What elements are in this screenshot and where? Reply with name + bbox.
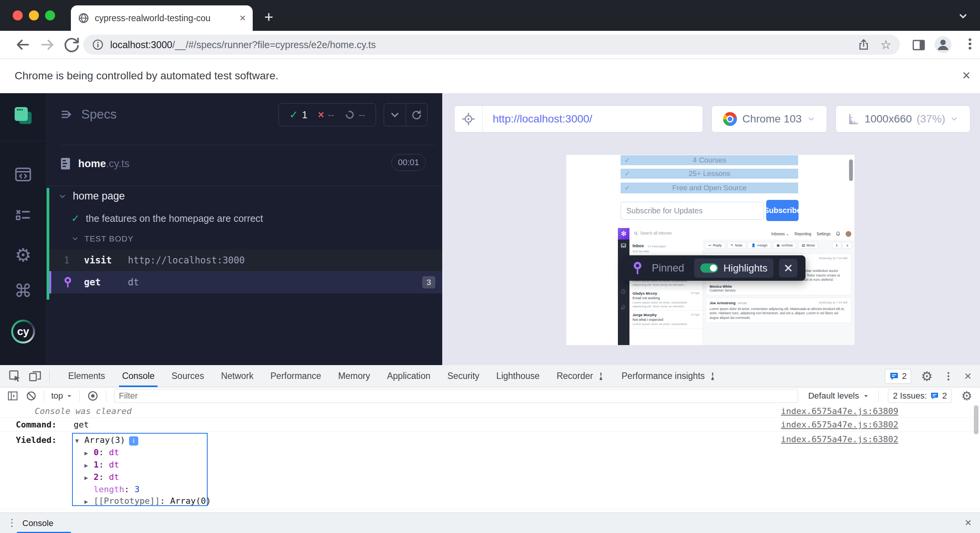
tree-item[interactable]: ▶[[Prototype]]: Array(0)	[75, 495, 207, 508]
list-item[interactable]: Jorge Murphy 1d ago Not what I expected …	[629, 311, 703, 329]
reload-icon[interactable]	[63, 36, 80, 53]
tab-memory[interactable]: Memory	[330, 365, 379, 387]
minimize-window-button[interactable]	[29, 10, 39, 20]
expander-closed-icon[interactable]: ▶	[84, 460, 94, 471]
next-message-button[interactable]: ∨	[842, 242, 852, 249]
close-window-button[interactable]	[13, 10, 23, 20]
console-scrollbar-thumb[interactable]	[974, 405, 978, 434]
subscribe-input[interactable]	[621, 202, 764, 220]
reply-button[interactable]: ↩ Reply	[705, 242, 725, 249]
page-info-icon[interactable]	[92, 39, 104, 51]
devtools-menu-icon[interactable]	[943, 370, 954, 382]
issues-count: 2	[942, 391, 947, 401]
maximize-window-button[interactable]	[45, 10, 55, 20]
source-link[interactable]: index.6575a47e.js:63802	[781, 420, 898, 429]
drawer-menu-icon[interactable]: ⋮	[7, 517, 17, 529]
sidebar-item-settings[interactable]: ⚙	[0, 244, 46, 266]
profile-avatar[interactable]	[934, 35, 952, 54]
assign-button[interactable]: 👤Assign	[748, 242, 771, 249]
new-tab-button[interactable]: +	[264, 9, 273, 25]
list-item[interactable]: Gladys Mccoy 1d ago Email not working Lo…	[629, 289, 703, 311]
source-link[interactable]: index.6575a47e.js:63809	[781, 406, 898, 416]
suite-row[interactable]: home page	[58, 190, 125, 202]
subscribe-button[interactable]: Subscribe	[766, 200, 799, 221]
spec-file-row[interactable]: home .cy.ts 00:01	[60, 152, 435, 176]
forward-icon[interactable]	[39, 36, 56, 53]
tab-elements[interactable]: Elements	[60, 365, 114, 387]
sidebar-item-cypress[interactable]: cy	[0, 320, 46, 344]
devtools-settings-icon[interactable]: ⚙	[921, 369, 933, 384]
console-sidebar-toggle-icon[interactable]	[7, 390, 18, 402]
device-toolbar-icon[interactable]	[29, 370, 42, 383]
sidebar-item-shortcuts[interactable]: ⌘	[0, 280, 46, 301]
issues-button[interactable]: 2 Issues: 2	[888, 389, 952, 403]
prev-message-button[interactable]: ∧	[832, 242, 842, 249]
tree-item[interactable]: ▶0: dt	[75, 447, 207, 459]
sidebar-item-runs[interactable]	[0, 166, 46, 183]
aut-url[interactable]: http://localhost:3000/	[493, 113, 592, 125]
tab-close-icon[interactable]: ×	[240, 13, 246, 23]
archive-button[interactable]: ▣ Archive	[773, 242, 796, 249]
rerun-button[interactable]	[406, 104, 428, 126]
collapse-all-button[interactable]	[384, 104, 406, 126]
test-body-toggle[interactable]: TEST BODY	[71, 234, 134, 243]
expander-closed-icon[interactable]: ▶	[84, 472, 94, 484]
live-expression-eye-icon[interactable]	[87, 390, 99, 402]
pinned-close-icon[interactable]: ✕	[779, 259, 797, 277]
aut-url-bar[interactable]: http://localhost:3000/	[454, 106, 703, 132]
side-panel-icon[interactable]	[911, 38, 926, 52]
pin-icon[interactable]	[51, 276, 84, 288]
move-button[interactable]: ▤ Move	[798, 242, 819, 249]
expander-open-icon[interactable]: ▼	[75, 435, 84, 447]
tab-security[interactable]: Security	[439, 365, 488, 387]
issues-counter[interactable]: 2	[885, 369, 911, 384]
sidebar-item-debug[interactable]	[0, 206, 46, 223]
highlights-control[interactable]: Highlights	[694, 258, 774, 278]
test-row[interactable]: ✓ the features on the homepage are corre…	[71, 213, 263, 225]
context-selector[interactable]: top	[51, 391, 72, 401]
tab-console[interactable]: Console	[114, 365, 163, 387]
selector-playground-icon[interactable]	[455, 106, 483, 132]
source-link[interactable]: index.6575a47e.js:63802	[781, 434, 898, 444]
info-badge-icon[interactable]: i	[129, 436, 138, 446]
banner-close-icon[interactable]: ×	[962, 67, 970, 84]
bookmark-star-icon[interactable]: ☆	[880, 37, 891, 52]
devtools-close-icon[interactable]: ×	[964, 369, 972, 383]
drawer-close-icon[interactable]: ×	[965, 516, 972, 529]
clear-console-icon[interactable]	[25, 390, 37, 402]
expander-closed-icon[interactable]: ▶	[84, 496, 94, 508]
command-method: visit	[84, 255, 123, 266]
expander-closed-icon[interactable]: ▶	[84, 448, 94, 459]
browser-selector[interactable]: Chrome 103	[712, 106, 827, 132]
tab-application[interactable]: Application	[379, 365, 439, 387]
tab-lighthouse[interactable]: Lighthouse	[488, 365, 548, 387]
browser-tab[interactable]: cypress-realworld-testing-cou ×	[71, 5, 253, 31]
tree-root[interactable]: ▼Array(3)i	[75, 434, 207, 447]
console-settings-icon[interactable]: ⚙	[961, 389, 972, 403]
tab-performance-insights[interactable]: Performance insights	[613, 365, 725, 387]
browser-menu-icon[interactable]	[962, 35, 978, 52]
command-row-get[interactable]: get dt 3	[49, 271, 442, 293]
tree-item[interactable]: ▶2: dt	[75, 471, 207, 484]
highlights-toggle[interactable]	[700, 263, 718, 273]
sidebar-item-specs[interactable]	[0, 107, 46, 124]
log-levels-selector[interactable]: Default levels	[808, 391, 869, 401]
specs-menu[interactable]: Specs	[60, 107, 117, 122]
inspect-element-icon[interactable]	[8, 370, 22, 383]
tree-item[interactable]: ▶1: dt	[75, 459, 207, 471]
tab-search-chevron-icon[interactable]	[958, 11, 968, 22]
command-row-visit[interactable]: 1 visit http://localhost:3000	[49, 250, 442, 271]
omnibox[interactable]: localhost:3000/__/#/specs/runner?file=cy…	[83, 35, 900, 55]
tab-network[interactable]: Network	[213, 365, 262, 387]
viewport-selector[interactable]: 1000x660 (37%)	[836, 106, 970, 132]
tab-performance[interactable]: Performance	[262, 365, 330, 387]
tab-sources[interactable]: Sources	[163, 365, 212, 387]
preview-scrollbar-thumb[interactable]	[849, 159, 853, 181]
url-text[interactable]: localhost:3000/__/#/specs/runner?file=cy…	[110, 39, 857, 50]
drawer-console-tab[interactable]: Console	[22, 518, 54, 528]
tab-recorder[interactable]: Recorder	[548, 365, 613, 387]
back-icon[interactable]	[14, 36, 31, 53]
console-filter-input[interactable]	[114, 389, 798, 403]
note-button[interactable]: ✎ Note	[727, 242, 746, 249]
share-icon[interactable]	[857, 38, 870, 51]
